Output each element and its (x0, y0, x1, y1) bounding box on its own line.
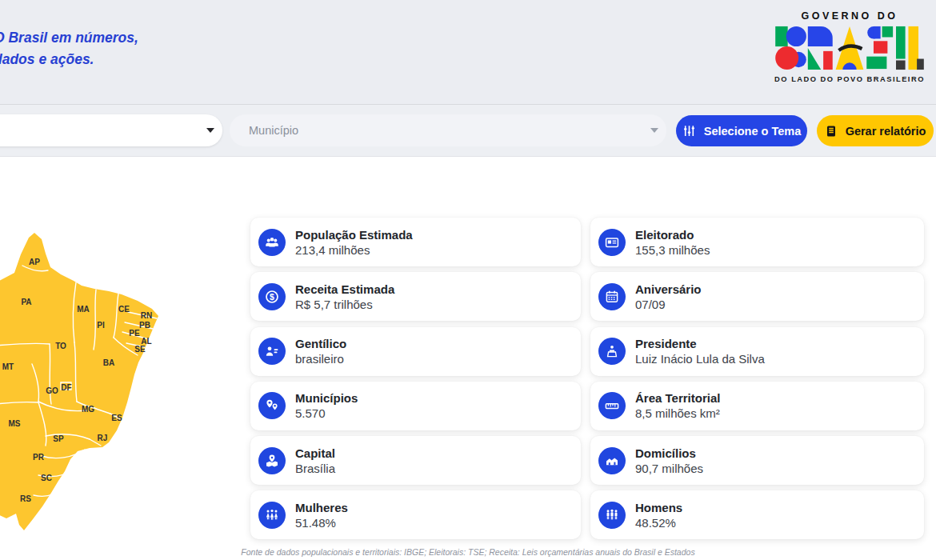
card-value: Luiz Inácio Lula da Silva (635, 351, 765, 366)
card-municipios: Municípios 5.570 (250, 382, 581, 430)
governo-do-brasil-logo: GOVERNO DO (768, 10, 931, 83)
card-capital: Capital Brasília (250, 436, 581, 485)
tagline-line2: dados e ações. (0, 49, 138, 70)
chevron-down-icon (206, 128, 214, 133)
dollar-icon: $ (258, 283, 286, 310)
select-theme-label: Selecione o Tema (704, 125, 801, 138)
card-title: Gentílico (295, 336, 346, 351)
person-lines-icon (258, 338, 286, 365)
generate-report-button[interactable]: Gerar relatório (817, 115, 934, 146)
map-location-icon (258, 447, 286, 474)
card-value: 5.570 (295, 406, 358, 421)
card-title: Municípios (295, 390, 358, 406)
sliders-icon (682, 124, 696, 138)
state-label-sc[interactable]: SC (41, 474, 52, 482)
card-homens: Homens 48.52% (590, 490, 924, 539)
state-label-es[interactable]: ES (111, 414, 122, 422)
state-label-pe[interactable]: PE (129, 329, 140, 338)
card-value: 48.52% (635, 515, 682, 530)
state-label-ce[interactable]: CE (118, 305, 130, 314)
brazil-map-land (0, 233, 158, 530)
state-dropdown[interactable] (0, 114, 222, 146)
calendar-icon (598, 283, 626, 310)
card-value: 213,4 milhões (295, 242, 413, 258)
municipality-dropdown[interactable]: Município (230, 114, 666, 146)
card-title: Aniversário (635, 282, 702, 297)
voter-id-card-icon (598, 229, 626, 256)
card-title: Receita Estimada (295, 282, 394, 297)
users-icon (258, 229, 286, 256)
brazil-map[interactable]: APPAMACERNPBPIPEALSETOBAMTGODFMGESMSSPRJ… (0, 228, 259, 548)
tagline-line1: O Brasil em números, (0, 27, 138, 49)
card-title: Capital (295, 446, 335, 461)
state-label-pb[interactable]: PB (139, 321, 150, 330)
svg-text:$: $ (270, 291, 274, 301)
state-label-rj[interactable]: RJ (98, 434, 108, 442)
report-document-icon (825, 125, 838, 138)
women-group-icon (258, 502, 286, 529)
logo-bottom-text: DO LADO DO POVO BRASILEIRO (774, 75, 925, 83)
card-value: 90,7 milhões (635, 461, 703, 476)
state-label-ba[interactable]: BA (103, 358, 114, 367)
card-area-territorial: Área Territorial 8,5 milhões km² (590, 382, 924, 430)
card-title: Eleitorado (635, 227, 710, 242)
card-value: 155,3 milhões (635, 242, 710, 258)
card-value: 8,5 milhões km² (635, 406, 720, 421)
header: O Brasil em números, dados e ações. GOVE… (0, 0, 936, 105)
ruler-icon (598, 392, 626, 419)
men-group-icon (598, 502, 626, 529)
generate-report-label: Gerar relatório (846, 125, 926, 138)
state-label-mt[interactable]: MT (2, 362, 14, 371)
state-label-ms[interactable]: MS (9, 419, 21, 428)
state-label-se[interactable]: SE (134, 345, 146, 354)
card-title: Área Territorial (635, 390, 720, 406)
card-value: 51.48% (295, 515, 348, 530)
card-receita: $ Receita Estimada R$ 5,7 trilhões (250, 272, 581, 321)
data-source-note: Fonte de dados populacionais e territori… (0, 547, 936, 557)
card-value: brasileiro (295, 351, 346, 366)
card-mulheres: Mulheres 51.48% (250, 490, 581, 539)
card-presidente: Presidente Luiz Inácio Lula da Silva (590, 327, 924, 376)
logo-top-text: GOVERNO DO (801, 10, 898, 22)
card-gentilico: Gentílico brasileiro (250, 327, 581, 376)
state-label-mg[interactable]: MG (82, 405, 94, 414)
brasil-em-numeros-page: O Brasil em números, dados e ações. GOVE… (0, 0, 936, 560)
select-theme-button[interactable]: Selecione o Tema (676, 115, 807, 146)
state-label-pi[interactable]: PI (97, 321, 105, 330)
card-value: 07/09 (635, 297, 702, 312)
stat-cards: População Estimada 213,4 milhões Eleitor… (250, 218, 924, 539)
state-label-ap[interactable]: AP (29, 258, 40, 266)
card-title: População Estimada (295, 227, 413, 242)
houses-icon (598, 447, 626, 474)
card-populacao: População Estimada 213,4 milhões (250, 218, 581, 266)
state-label-to[interactable]: TO (55, 342, 66, 350)
state-label-pa[interactable]: PA (21, 298, 31, 306)
map-pins-icon (258, 392, 286, 419)
state-label-rs[interactable]: RS (20, 494, 31, 503)
state-label-pr[interactable]: PR (33, 453, 45, 462)
state-label-ma[interactable]: MA (77, 305, 90, 314)
municipality-placeholder: Município (249, 124, 298, 137)
filter-bar: Município Selecione o Tema Gerar relatór… (0, 105, 936, 157)
card-title: Presidente (635, 336, 765, 351)
chevron-down-icon (650, 128, 658, 133)
state-label-rn[interactable]: RN (141, 311, 152, 320)
card-title: Homens (635, 500, 682, 515)
card-eleitorado: Eleitorado 155,3 milhões (590, 218, 924, 266)
card-title: Mulheres (295, 500, 348, 515)
brasil-logo-icon (773, 25, 926, 71)
card-title: Domicílios (635, 446, 703, 461)
state-label-go[interactable]: GO (46, 386, 58, 395)
card-value: R$ 5,7 trilhões (295, 297, 394, 312)
state-label-sp[interactable]: SP (53, 434, 64, 443)
podium-speaker-icon (598, 338, 626, 365)
card-aniversario: Aniversário 07/09 (590, 272, 924, 321)
card-domicilios: Domicílios 90,7 milhões (590, 436, 924, 485)
state-label-df[interactable]: DF (61, 383, 71, 392)
page-title: O Brasil em números, dados e ações. (0, 27, 138, 70)
card-value: Brasília (295, 461, 335, 476)
